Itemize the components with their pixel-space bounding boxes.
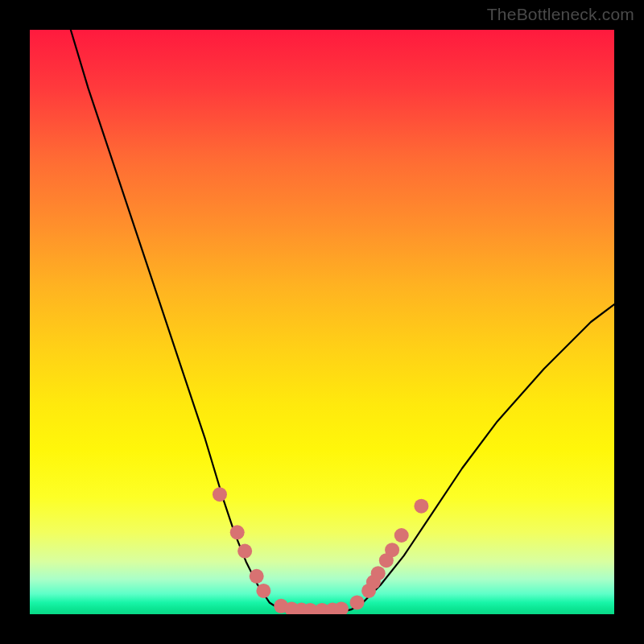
chart-svg (30, 30, 614, 614)
curve-left-branch (71, 30, 293, 613)
marker-dot (237, 544, 252, 559)
marker-dot (334, 601, 349, 614)
marker-dot (250, 569, 264, 584)
marker-dot (213, 487, 227, 502)
plot-area (30, 30, 614, 614)
watermark-text: TheBottleneck.com (487, 5, 634, 24)
marker-dot (414, 499, 428, 514)
marker-dot (394, 528, 409, 543)
marker-dot (230, 525, 245, 539)
curve-lines (71, 30, 614, 613)
marker-dot (371, 566, 386, 580)
marker-dot (385, 543, 399, 557)
marker-dot (256, 584, 270, 598)
marker-dots (213, 487, 428, 614)
marker-dot (350, 595, 365, 609)
curve-right-branch (340, 304, 614, 613)
